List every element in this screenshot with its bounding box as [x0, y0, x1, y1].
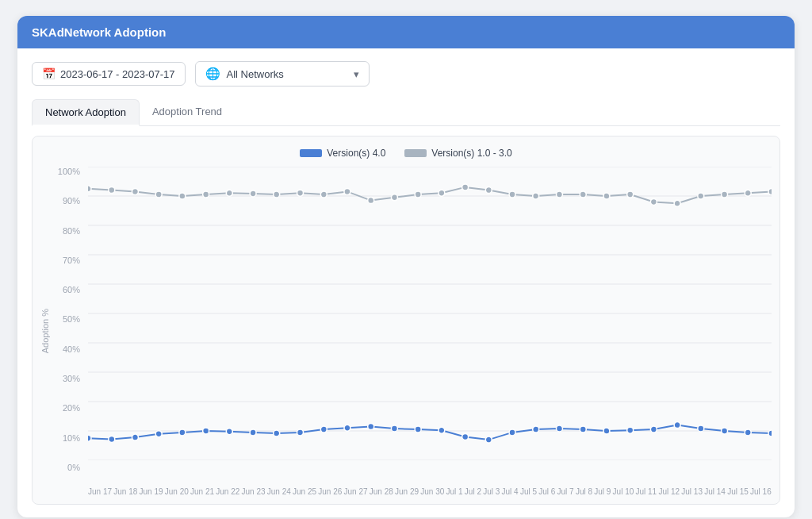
svg-point-15: [179, 193, 186, 199]
svg-point-64: [627, 427, 634, 433]
svg-point-54: [391, 425, 397, 432]
legend-v4: Version(s) 4.0: [300, 148, 385, 159]
chart-inner: 100% 90% 80% 70% 60% 50% 40% 30% 20% 10%…: [55, 167, 772, 496]
chevron-down-icon: ▾: [354, 68, 359, 80]
svg-point-25: [415, 191, 421, 198]
date-filter[interactable]: 📅 2023-06-17 - 2023-07-17: [32, 62, 186, 86]
svg-point-17: [226, 190, 232, 196]
svg-point-68: [722, 428, 728, 434]
svg-point-59: [509, 429, 515, 436]
svg-point-50: [297, 429, 304, 436]
svg-point-18: [250, 190, 256, 197]
svg-point-12: [109, 187, 115, 194]
svg-point-32: [580, 191, 586, 198]
network-filter[interactable]: 🌐 All Networks ▾: [195, 61, 370, 86]
filters-bar: 📅 2023-06-17 - 2023-07-17 🌐 All Networks…: [32, 61, 780, 86]
svg-point-70: [768, 430, 772, 436]
svg-point-48: [250, 429, 256, 436]
svg-point-57: [462, 433, 469, 440]
svg-point-36: [674, 200, 680, 206]
svg-point-58: [485, 436, 492, 443]
card-body: 📅 2023-06-17 - 2023-07-17 🌐 All Networks…: [17, 48, 795, 517]
y-axis-label: Adoption %: [40, 309, 55, 353]
chart-container: Version(s) 4.0 Version(s) 1.0 - 3.0 Adop…: [32, 136, 780, 505]
svg-point-47: [226, 429, 232, 435]
svg-point-38: [722, 191, 728, 198]
svg-point-30: [533, 193, 539, 199]
legend-v1-3-label: Version(s) 1.0 - 3.0: [431, 148, 511, 159]
svg-point-53: [368, 423, 374, 429]
chart-area: Adoption % 100% 90% 80% 70% 60% 50% 40% …: [40, 167, 772, 496]
svg-point-63: [603, 428, 610, 434]
svg-point-21: [320, 191, 327, 198]
svg-point-43: [132, 434, 138, 440]
svg-point-62: [580, 426, 586, 432]
svg-point-34: [627, 191, 634, 198]
globe-icon: 🌐: [205, 67, 220, 81]
svg-point-55: [415, 426, 421, 432]
svg-point-11: [88, 186, 91, 192]
tab-bar: Network Adoption Adoption Trend: [32, 99, 780, 126]
svg-point-40: [768, 188, 772, 194]
date-range-label: 2023-06-17 - 2023-07-17: [60, 68, 175, 80]
svg-point-20: [297, 190, 304, 196]
svg-point-66: [674, 422, 680, 429]
svg-point-44: [155, 431, 162, 437]
svg-point-65: [650, 426, 657, 432]
svg-point-33: [603, 193, 610, 199]
svg-point-29: [509, 191, 515, 198]
legend-v1-3-swatch: [404, 149, 427, 157]
svg-point-67: [698, 425, 704, 432]
legend-v4-label: Version(s) 4.0: [327, 148, 385, 159]
card-title: SKAdNetwork Adoption: [32, 25, 166, 39]
plot-area: [88, 167, 772, 484]
x-axis: Jun 17 Jun 18 Jun 19 Jun 20 Jun 21 Jun 2…: [88, 484, 772, 496]
svg-point-23: [368, 198, 374, 204]
svg-point-24: [391, 194, 397, 201]
svg-point-61: [556, 425, 562, 432]
svg-point-49: [274, 430, 280, 436]
calendar-icon: 📅: [42, 67, 56, 80]
svg-point-14: [155, 191, 162, 198]
svg-point-69: [745, 429, 751, 436]
legend-v1-3: Version(s) 1.0 - 3.0: [404, 148, 511, 159]
svg-point-19: [274, 191, 280, 198]
svg-point-39: [745, 190, 751, 196]
card-header: SKAdNetwork Adoption: [17, 16, 795, 48]
svg-point-16: [203, 191, 209, 198]
chart-svg: [88, 167, 772, 460]
svg-point-37: [698, 193, 704, 199]
tab-network-adoption[interactable]: Network Adoption: [32, 99, 140, 126]
y-ticks: 100% 90% 80% 70% 60% 50% 40% 30% 20% 10%…: [55, 167, 85, 472]
svg-point-35: [650, 198, 657, 205]
tab-adoption-trend[interactable]: Adoption Trend: [140, 99, 235, 126]
svg-point-26: [439, 190, 445, 196]
chart-legend: Version(s) 4.0 Version(s) 1.0 - 3.0: [40, 148, 772, 159]
legend-v4-swatch: [300, 149, 322, 157]
svg-point-60: [533, 426, 539, 432]
svg-point-45: [179, 429, 186, 436]
svg-point-42: [109, 436, 115, 442]
svg-point-56: [439, 427, 445, 433]
svg-point-41: [88, 435, 91, 441]
svg-point-46: [203, 428, 209, 434]
svg-point-28: [485, 187, 492, 194]
svg-point-51: [320, 426, 327, 432]
svg-point-52: [344, 425, 350, 431]
svg-point-13: [132, 188, 138, 194]
main-card: SKAdNetwork Adoption 📅 2023-06-17 - 2023…: [17, 16, 795, 517]
network-label: All Networks: [227, 68, 284, 80]
svg-point-22: [344, 188, 350, 194]
svg-point-27: [462, 184, 469, 190]
svg-point-31: [556, 191, 562, 198]
